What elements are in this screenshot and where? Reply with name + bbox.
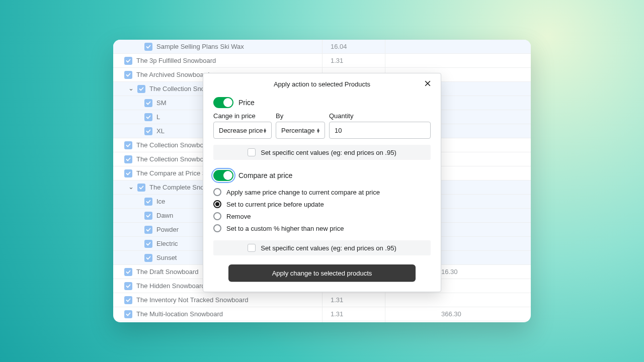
checkbox-icon[interactable] <box>144 127 152 135</box>
row-label: The Hidden Snowboard <box>136 282 205 290</box>
checkbox-icon[interactable] <box>144 99 152 107</box>
checkbox-icon[interactable] <box>124 155 132 163</box>
row-label: The Inventory Not Tracked Snowboard <box>136 296 249 304</box>
row-label: Electric <box>156 240 178 247</box>
cents-checkbox-2[interactable] <box>248 244 256 252</box>
price-toggle[interactable] <box>213 97 233 108</box>
checkbox-icon[interactable] <box>144 113 152 121</box>
apply-action-modal: Apply action to selected Products Price … <box>203 73 441 292</box>
radio-label: Set to current price before update <box>226 201 324 208</box>
by-select-value: Percentage <box>281 127 315 134</box>
cents-checkbox[interactable] <box>248 148 256 156</box>
quantity-input[interactable]: 10 <box>329 122 431 139</box>
compare-radio-group: Apply same price change to current compa… <box>213 186 431 234</box>
cents-hint-row-2: Set specific cent values (eg: end prices… <box>213 240 431 255</box>
compare-toggle[interactable] <box>213 170 233 181</box>
quantity-value: 10 <box>335 127 342 134</box>
compare-radio-option[interactable]: Set to current price before update <box>213 198 431 210</box>
checkbox-icon[interactable] <box>137 184 145 192</box>
radio-label: Apply same price change to current compa… <box>226 189 380 196</box>
compare-section-label: Compare at price <box>238 171 292 179</box>
row-label: SM <box>156 99 167 107</box>
cents-hint-text: Set specific cent values (eg: end prices… <box>261 149 396 156</box>
row-col2: 1.31 <box>331 57 343 64</box>
row-label: XL <box>156 127 165 135</box>
row-label: The Multi-location Snowboard <box>136 310 223 318</box>
row-label: Ice <box>156 198 165 205</box>
by-label: By <box>276 112 325 120</box>
checkbox-icon[interactable] <box>124 268 132 276</box>
checkbox-icon[interactable] <box>144 198 152 206</box>
row-label: Powder <box>156 226 179 233</box>
change-in-price-select[interactable]: Decrease price ▴▾ <box>213 122 272 139</box>
row-label: Sample Selling Plans Ski Wax <box>156 43 244 50</box>
row-col3: 366.30 <box>441 310 461 318</box>
row-label: The Archived Snowboard <box>136 71 209 78</box>
apply-button[interactable]: Apply change to selected products <box>228 264 416 282</box>
checkbox-icon[interactable] <box>144 212 152 220</box>
change-select-value: Decrease price <box>219 127 263 134</box>
chevron-updown-icon: ▴▾ <box>264 128 266 133</box>
radio-label: Remove <box>226 213 251 220</box>
modal-title: Apply action to selected Products <box>213 80 431 88</box>
checkbox-icon[interactable] <box>144 254 152 262</box>
checkbox-icon[interactable] <box>124 141 132 149</box>
checkbox-icon[interactable] <box>124 57 132 65</box>
cents-hint-text-2: Set specific cent values (eg: end prices… <box>261 244 396 252</box>
row-label: Dawn <box>156 212 173 219</box>
quantity-label: Quantity <box>329 112 431 120</box>
by-select[interactable]: Percentage ▴▾ <box>276 122 325 139</box>
row-label: The 3p Fulfilled Snowboard <box>136 57 216 64</box>
compare-radio-option[interactable]: Set to a custom % higher than new price <box>213 222 431 234</box>
chevron-down-icon[interactable]: ⌄ <box>128 183 134 191</box>
checkbox-icon[interactable] <box>124 71 132 79</box>
row-label: Sunset <box>156 254 177 261</box>
checkbox-icon[interactable] <box>144 43 152 51</box>
cents-hint-row: Set specific cent values (eg: end prices… <box>213 145 431 160</box>
apply-button-label: Apply change to selected products <box>272 269 372 277</box>
compare-radio-option[interactable]: Apply same price change to current compa… <box>213 186 431 198</box>
checkbox-icon[interactable] <box>124 310 132 318</box>
checkbox-icon[interactable] <box>144 240 152 248</box>
row-col2: 1.31 <box>331 296 343 304</box>
row-label: L <box>156 113 160 121</box>
radio-icon[interactable] <box>213 200 221 208</box>
radio-icon[interactable] <box>213 224 221 232</box>
compare-radio-option[interactable]: Remove <box>213 210 431 222</box>
chevron-down-icon[interactable]: ⌄ <box>128 84 134 92</box>
checkbox-icon[interactable] <box>124 282 132 290</box>
row-col2: 1.31 <box>331 310 343 318</box>
radio-icon[interactable] <box>213 212 221 220</box>
price-section-label: Price <box>238 99 255 107</box>
checkbox-icon[interactable] <box>144 226 152 234</box>
row-col2: 16.04 <box>331 43 347 50</box>
change-label: Cange in price <box>213 112 272 120</box>
row-col3: 16.30 <box>441 268 458 276</box>
radio-icon[interactable] <box>213 188 221 196</box>
radio-label: Set to a custom % higher than new price <box>226 225 344 232</box>
checkbox-icon[interactable] <box>124 296 132 304</box>
checkbox-icon[interactable] <box>137 85 145 93</box>
checkbox-icon[interactable] <box>124 169 132 177</box>
row-label: The Draft Snowboard <box>136 268 199 276</box>
close-icon[interactable] <box>424 79 434 89</box>
chevron-updown-icon: ▴▾ <box>317 128 319 133</box>
